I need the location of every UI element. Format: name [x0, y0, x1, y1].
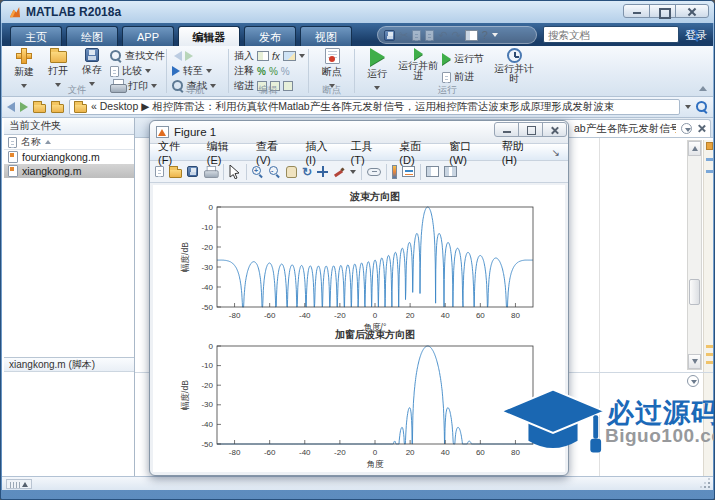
find-files-button[interactable]: 查找文件 [110, 49, 165, 63]
main-titlebar[interactable]: MATLAB R2018a [1, 1, 714, 23]
current-path-field[interactable]: « Desktop ▶ 相控阵雷达：利用仿真软件Matlab产生各阵元发射信号，… [69, 99, 680, 115]
doc-search-box[interactable] [543, 26, 679, 43]
brush-icon[interactable] [333, 166, 345, 178]
menu-tools[interactable]: 工具(T) [351, 139, 387, 166]
login-button[interactable]: 登录 [685, 28, 707, 43]
indicator-mark[interactable] [706, 345, 713, 348]
browse-folder-icon[interactable] [51, 104, 64, 113]
show-plot-tools-icon[interactable] [444, 166, 457, 177]
maximize-button[interactable] [649, 4, 676, 18]
hide-plot-tools-icon[interactable] [426, 166, 439, 177]
run-time-button[interactable]: 运行并计时 [494, 48, 534, 84]
tab-view[interactable]: 视图 [300, 26, 352, 46]
run-advance-button[interactable]: 运行并前进 [398, 48, 438, 81]
menu-window[interactable]: 窗口(W) [449, 139, 488, 166]
save-icon[interactable] [384, 30, 395, 41]
link-plot-icon[interactable] [367, 168, 381, 176]
new-dropdown-icon[interactable] [21, 84, 27, 88]
indicator-mark[interactable] [706, 353, 713, 356]
menu-view[interactable]: 查看(V) [256, 139, 292, 166]
run-button[interactable]: 运行 [360, 48, 394, 92]
minimize-button[interactable] [623, 4, 650, 18]
dock-figure-icon[interactable]: ↘ [552, 147, 560, 158]
file-details-header[interactable]: xiangkong.m (脚本) [4, 357, 134, 372]
menu-desktop[interactable]: 桌面(D) [399, 139, 436, 166]
name-column-header[interactable]: 名称 [4, 135, 134, 150]
close-button[interactable] [675, 4, 709, 18]
run-section-button[interactable]: 运行节 [442, 52, 484, 66]
indicator-mark[interactable] [706, 158, 713, 161]
path-dropdown-icon[interactable] [685, 105, 691, 109]
pan-icon[interactable] [286, 166, 297, 178]
run-dropdown-icon[interactable] [374, 86, 380, 90]
menu-insert[interactable]: 插入(I) [305, 139, 337, 166]
rotate3d-icon[interactable]: ↻ [302, 166, 312, 178]
nav-forward-icon[interactable] [20, 102, 28, 112]
insert-legend-icon[interactable] [402, 166, 415, 177]
scroll-down-icon[interactable] [688, 354, 701, 369]
insert-section-icon[interactable] [257, 51, 269, 61]
editor-vertical-scrollbar[interactable] [687, 140, 702, 370]
figure-close-button[interactable] [542, 122, 567, 137]
folder-search-icon[interactable] [696, 101, 708, 113]
figure-minimize-button[interactable] [494, 122, 519, 137]
tab-home[interactable]: 主页 [10, 26, 62, 46]
advance-button[interactable]: 前进 [442, 70, 474, 84]
new-button[interactable]: 新建 [8, 48, 40, 90]
forward-icon[interactable] [185, 51, 193, 61]
cut-icon[interactable]: ✂ [399, 28, 408, 42]
save-figure-icon[interactable] [187, 166, 198, 177]
save-button[interactable]: 保存 [76, 48, 108, 88]
editor-tab-menu-icon[interactable] [681, 123, 692, 134]
pointer-icon[interactable] [229, 165, 241, 179]
data-cursor-icon[interactable] [317, 166, 328, 177]
tab-publish[interactable]: 发布 [244, 26, 296, 46]
tab-apps[interactable]: APP [122, 26, 174, 46]
scrollbar-thumb[interactable] [689, 279, 700, 305]
paste-icon[interactable] [425, 30, 434, 41]
indicator-mark[interactable] [706, 361, 713, 364]
compare-dropdown-icon[interactable] [145, 69, 151, 73]
menu-file[interactable]: 文件(F) [158, 139, 194, 166]
insert-colorbar-icon[interactable] [392, 165, 397, 179]
breadcrumb[interactable]: « Desktop ▶ 相控阵雷达：利用仿真软件Matlab产生各阵元发射信号，… [91, 100, 614, 114]
zoom-out-icon[interactable]: - [269, 166, 281, 178]
open-button[interactable]: 打开 [42, 48, 74, 89]
wrap-comment-icon[interactable]: % [281, 66, 290, 77]
file-row-xiangkong[interactable]: xiangkong.m [4, 164, 134, 178]
insert-fx-icon[interactable]: fx [272, 51, 280, 62]
redo-icon[interactable]: ↷ [451, 28, 460, 42]
figure-restore-button[interactable] [518, 122, 543, 137]
insert-image-icon[interactable] [283, 51, 296, 61]
brush-dropdown-icon[interactable] [350, 170, 356, 174]
scroll-up-icon[interactable] [688, 141, 701, 156]
undo-icon[interactable]: ↶ [438, 28, 447, 42]
copy-icon[interactable] [412, 30, 421, 41]
up-folder-icon[interactable] [33, 104, 46, 113]
current-folder-header[interactable]: 当前文件夹 [4, 118, 134, 135]
print-figure-icon[interactable] [204, 166, 217, 178]
zoom-in-icon[interactable]: + [252, 166, 264, 178]
new-figure-icon[interactable] [155, 166, 164, 177]
details-toggle-button[interactable] [6, 479, 32, 489]
new-window-icon[interactable] [465, 30, 478, 41]
editor-tab-close-icon[interactable] [696, 123, 707, 134]
file-row-fourxiangkong[interactable]: fourxiangkong.m [4, 150, 134, 164]
help-icon[interactable]: ? [482, 28, 488, 42]
open-file-icon[interactable] [169, 169, 182, 178]
indicator-mark[interactable] [706, 170, 713, 173]
nav-back-icon[interactable] [7, 102, 15, 112]
insert-dropdown-icon[interactable] [299, 54, 305, 58]
search-input[interactable] [544, 29, 687, 41]
menu-help[interactable]: 帮助(H) [502, 139, 539, 166]
collapse-ribbon-icon[interactable] [699, 86, 707, 91]
print-dropdown-icon[interactable] [151, 84, 157, 88]
menu-edit[interactable]: 编辑(E) [207, 139, 243, 166]
quick-access-dropdown-icon[interactable] [492, 33, 498, 37]
resize-grip[interactable] [708, 486, 710, 488]
tab-editor[interactable]: 编辑器 [178, 26, 240, 46]
print-button[interactable]: 打印 [110, 79, 157, 93]
message-summary-icon[interactable] [706, 142, 713, 150]
compare-button[interactable]: 比较 [110, 64, 151, 78]
back-icon[interactable] [174, 51, 182, 61]
